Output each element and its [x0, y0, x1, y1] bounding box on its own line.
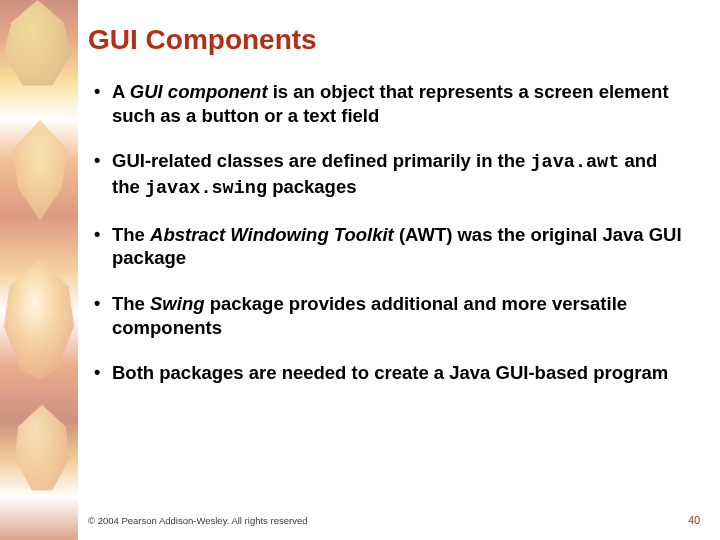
text-emphasis: GUI component	[130, 81, 268, 102]
text: A	[112, 81, 130, 102]
text: Both packages are needed to create a Jav…	[112, 362, 668, 383]
text-emphasis: Abstract Windowing Toolkit	[150, 224, 394, 245]
list-item: The Abstract Windowing Toolkit (AWT) was…	[88, 223, 688, 270]
code-text: java.awt	[530, 152, 619, 173]
list-item: Both packages are needed to create a Jav…	[88, 361, 688, 385]
list-item: A GUI component is an object that repres…	[88, 80, 688, 127]
leaf-icon	[0, 0, 75, 90]
page-number: 40	[688, 514, 700, 526]
slide-decoration	[0, 0, 78, 540]
bullet-list: A GUI component is an object that repres…	[88, 80, 688, 385]
text: The	[112, 224, 150, 245]
slide-title: GUI Components	[88, 24, 688, 56]
leaf-icon	[8, 400, 76, 495]
text: packages	[267, 176, 356, 197]
leaf-icon	[0, 260, 78, 380]
list-item: The Swing package provides additional an…	[88, 292, 688, 339]
copyright-footer: © 2004 Pearson Addison-Wesley. All right…	[88, 515, 307, 526]
code-text: javax.swing	[145, 178, 267, 199]
text-emphasis: Swing	[150, 293, 204, 314]
list-item: GUI-related classes are defined primaril…	[88, 149, 688, 200]
text: The	[112, 293, 150, 314]
leaf-icon	[5, 120, 75, 220]
slide-content: GUI Components A GUI component is an obj…	[88, 24, 688, 512]
text: GUI-related classes are defined primaril…	[112, 150, 530, 171]
